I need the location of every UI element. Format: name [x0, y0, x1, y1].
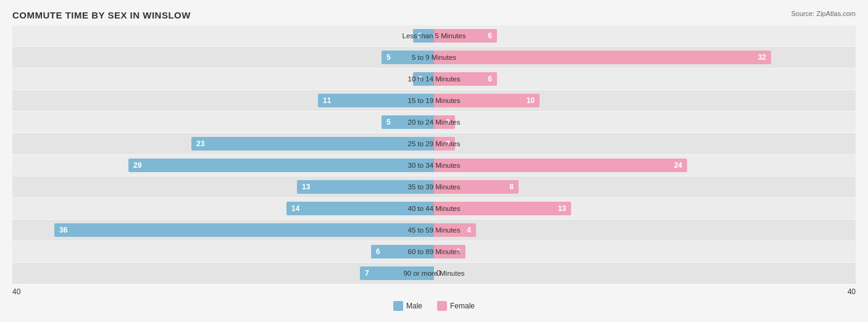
male-value-inside: 5 [386, 118, 391, 126]
right-section: 32 [434, 47, 856, 68]
female-value-inside: 3 [456, 247, 461, 256]
male-bar: 2 [413, 72, 434, 86]
right-section: 8 [434, 176, 856, 197]
chart-title: COMMUTE TIME BY SEX IN WINSLOW [12, 10, 191, 20]
left-section: 2 [12, 68, 434, 89]
female-swatch [437, 301, 447, 311]
female-value-inside: 6 [488, 31, 492, 40]
bar-row: 2Less than 5 Minutes6 [12, 25, 856, 46]
right-section: 2 [434, 133, 856, 154]
female-value-inside: 32 [758, 53, 766, 62]
male-bar: 11 [318, 94, 434, 107]
left-section: 36 [12, 220, 434, 241]
bar-row: 55 to 9 Minutes32 [12, 47, 856, 68]
axis-left: 40 [12, 287, 20, 296]
left-section: 2 [12, 25, 434, 46]
bar-row: 660 to 89 Minutes3 [12, 241, 856, 262]
male-value-inside: 23 [196, 139, 204, 148]
male-value-inside: 7 [365, 269, 369, 278]
female-value-inside: 4 [467, 226, 471, 234]
female-bar: 13 [434, 202, 571, 215]
bar-row: 1335 to 39 Minutes8 [12, 176, 856, 197]
male-bar: 7 [360, 266, 434, 280]
left-section: 23 [12, 133, 434, 154]
female-bar: 2 [434, 137, 455, 151]
male-value-inside: 14 [291, 204, 299, 213]
female-value-inside: 13 [558, 204, 566, 213]
bar-row: 3645 to 59 Minutes4 [12, 220, 856, 241]
male-bar: 36 [54, 223, 434, 237]
male-value-inside: 29 [133, 161, 141, 170]
female-bar: 2 [434, 115, 455, 129]
female-value-inside: 6 [488, 75, 492, 83]
female-bar: 3 [434, 245, 465, 258]
left-section: 11 [12, 90, 434, 111]
male-value-inside: 11 [323, 96, 331, 105]
left-section: 6 [12, 241, 434, 262]
right-section: 0 [434, 263, 856, 284]
female-bar: 10 [434, 94, 540, 107]
male-label: Male [406, 302, 422, 310]
right-section: 4 [434, 220, 856, 241]
left-section: 7 [12, 263, 434, 284]
bar-row: 210 to 14 Minutes6 [12, 68, 856, 89]
male-bar: 2 [413, 29, 434, 43]
bar-row: 2930 to 34 Minutes24 [12, 155, 856, 176]
chart-header: COMMUTE TIME BY SEX IN WINSLOW Source: Z… [12, 10, 856, 20]
bar-row: 2325 to 29 Minutes2 [12, 133, 856, 154]
right-section: 3 [434, 241, 856, 262]
rows-wrapper: 2Less than 5 Minutes655 to 9 Minutes3221… [12, 25, 856, 284]
right-section: 2 [434, 112, 856, 133]
male-value-inside: 13 [302, 183, 310, 191]
bar-row: 790 or more Minutes0 [12, 263, 856, 284]
chart-container: COMMUTE TIME BY SEX IN WINSLOW Source: Z… [0, 0, 868, 322]
female-label: Female [450, 302, 475, 310]
female-value-inside: 24 [674, 161, 682, 170]
male-bar: 13 [297, 180, 434, 194]
male-value-inside: 5 [386, 53, 391, 62]
male-value-inside: 6 [376, 247, 380, 256]
female-value-zero: 0 [436, 269, 441, 278]
bar-row: 1440 to 44 Minutes13 [12, 198, 856, 219]
legend: Male Female [12, 301, 856, 311]
bar-row: 1115 to 19 Minutes10 [12, 90, 856, 111]
female-value-inside: 10 [527, 96, 535, 105]
male-value-inside: 36 [59, 226, 67, 234]
male-bar: 29 [128, 159, 434, 172]
female-value-inside: 2 [446, 118, 450, 126]
left-section: 14 [12, 198, 434, 219]
female-bar: 24 [434, 159, 687, 172]
male-bar: 5 [382, 51, 434, 64]
left-section: 29 [12, 155, 434, 176]
right-section: 6 [434, 25, 856, 46]
left-section: 5 [12, 112, 434, 133]
male-bar: 6 [371, 245, 434, 258]
female-bar: 8 [434, 180, 519, 194]
female-bar: 6 [434, 72, 497, 86]
female-value-inside: 8 [509, 183, 514, 191]
bar-row: 520 to 24 Minutes2 [12, 112, 856, 133]
right-section: 10 [434, 90, 856, 111]
male-bar: 14 [286, 202, 434, 215]
right-section: 6 [434, 68, 856, 89]
male-value-inside: 2 [418, 75, 422, 83]
axis-row: 40 40 [12, 287, 856, 296]
axis-right: 40 [848, 287, 856, 296]
chart-source: Source: ZipAtlas.com [791, 10, 856, 17]
female-bar: 6 [434, 29, 497, 43]
legend-male: Male [393, 301, 422, 311]
right-section: 13 [434, 198, 856, 219]
female-bar: 4 [434, 223, 476, 237]
male-bar: 23 [191, 137, 434, 151]
right-section: 24 [434, 155, 856, 176]
male-value-inside: 2 [418, 31, 422, 40]
legend-female: Female [437, 301, 475, 311]
male-bar: 5 [382, 115, 434, 129]
female-value-inside: 2 [446, 139, 450, 148]
male-swatch [393, 301, 403, 311]
left-section: 13 [12, 176, 434, 197]
left-section: 5 [12, 47, 434, 68]
female-bar: 32 [434, 51, 771, 64]
